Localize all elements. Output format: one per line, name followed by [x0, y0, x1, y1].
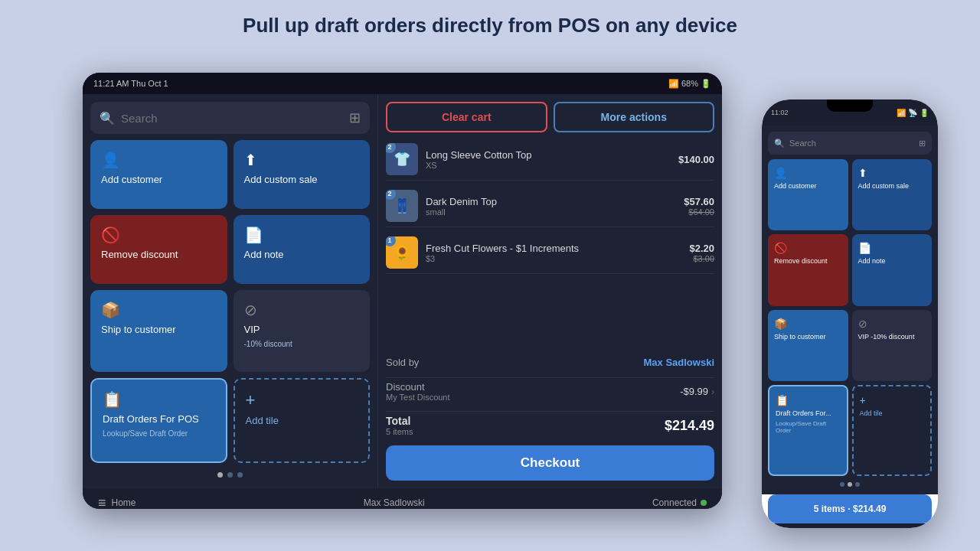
phone-tile-add-note[interactable]: 📄 Add note: [852, 234, 933, 305]
checkout-button[interactable]: Checkout: [386, 445, 714, 481]
phone-dot-1[interactable]: [840, 482, 844, 487]
tablet-left-panel: 🔍 ⊞ 👤 Add customer ⬆ Add custom sale 🚫 R…: [83, 94, 377, 488]
tile-add-customer-label: Add customer: [101, 174, 217, 185]
tile-ship-to-customer[interactable]: 📦 Ship to customer: [90, 290, 227, 372]
tile-remove-discount[interactable]: 🚫 Remove discount: [90, 215, 227, 284]
phone-vip-label: VIP -10% discount: [858, 333, 926, 341]
phone-remove-discount-label: Remove discount: [774, 257, 842, 265]
bottom-user-name: Max Sadlowski: [364, 497, 425, 508]
cart-item[interactable]: 2 👖 Dark Denim Top small $57.60 $64.00: [386, 185, 714, 227]
cart-header: Clear cart More actions: [386, 102, 714, 132]
cart-item[interactable]: 1 🌻 Fresh Cut Flowers - $1 Increments $3…: [386, 232, 714, 274]
draft-icon: 📋: [103, 390, 215, 409]
phone-tile-remove-discount[interactable]: 🚫 Remove discount: [768, 234, 848, 305]
clear-cart-button[interactable]: Clear cart: [386, 102, 547, 132]
item-thumbnail: 2 👖: [386, 190, 418, 222]
phone-tile-add-custom-sale[interactable]: ⬆ Add custom sale: [852, 159, 933, 230]
discount-label: Discount: [386, 381, 450, 393]
phone-tile-ship-to-customer[interactable]: 📦 Ship to customer: [768, 310, 848, 381]
phone-ship-to-customer-label: Ship to customer: [774, 333, 842, 341]
item-name: Fresh Cut Flowers - $1 Increments: [426, 243, 681, 254]
item-name: Dark Denim Top: [426, 196, 676, 207]
phone-search-bar[interactable]: 🔍 Search ⊞: [768, 132, 932, 155]
phone-checkout-button[interactable]: 5 items · $214.49: [768, 494, 932, 523]
phone-upload-icon: ⬆: [858, 167, 926, 179]
tile-add-note-label: Add note: [244, 249, 360, 260]
phone-add-custom-sale-label: Add custom sale: [858, 182, 926, 190]
chevron-right-icon: ›: [711, 386, 714, 397]
item-price: $57.60: [684, 196, 714, 207]
item-variant: $3: [426, 254, 681, 263]
phone-dot-3[interactable]: [855, 482, 860, 487]
tile-add-note[interactable]: 📄 Add note: [234, 215, 371, 284]
home-label: Home: [112, 497, 136, 508]
tile-grid: 👤 Add customer ⬆ Add custom sale 🚫 Remov…: [90, 140, 370, 463]
phone-draft-orders-sublabel: Lookup/Save Draft Order: [776, 420, 841, 434]
tile-remove-discount-label: Remove discount: [101, 249, 217, 260]
phone-body: 🔍 Search ⊞ 👤 Add customer ⬆ Add custom s…: [762, 126, 938, 494]
tile-add-customer[interactable]: 👤 Add customer: [90, 140, 227, 209]
note-icon: 📄: [244, 226, 360, 244]
item-original-price: $3.00: [689, 254, 714, 263]
dot-3[interactable]: [237, 472, 243, 478]
phone-tile-vip[interactable]: ⊘ VIP -10% discount: [852, 310, 933, 381]
phone-signal-icon: 📶: [897, 109, 906, 117]
box-icon: 📦: [101, 301, 217, 319]
item-variant: small: [426, 207, 676, 217]
item-details: Dark Denim Top small: [426, 196, 676, 217]
tablet-right-panel: Clear cart More actions 2 👕 Long Sleeve …: [377, 94, 722, 488]
phone-draft-icon: 📋: [776, 394, 841, 406]
tile-vip-label: VIP: [244, 324, 360, 335]
sold-by-name[interactable]: Max Sadlowski: [644, 357, 714, 368]
tile-add-tile[interactable]: + Add tile: [234, 378, 371, 463]
phone-tile-draft-orders[interactable]: 📋 Draft Orders For... Lookup/Save Draft …: [768, 385, 848, 476]
sold-by-label: Sold by: [386, 357, 419, 368]
tablet-search-bar[interactable]: 🔍 ⊞: [90, 102, 370, 134]
vip-icon: ⊘: [244, 301, 360, 319]
phone-tile-add-customer[interactable]: 👤 Add customer: [768, 159, 848, 230]
phone-wifi-icon: 📡: [908, 109, 917, 117]
tile-ship-to-customer-label: Ship to customer: [101, 324, 217, 335]
total-label: Total: [386, 415, 413, 427]
cart-item[interactable]: 2 👕 Long Sleeve Cotton Top XS $140.00: [386, 139, 714, 181]
total-items-count: 5 items: [386, 427, 413, 436]
phone-dot-2[interactable]: [848, 482, 852, 487]
connected-indicator: [701, 500, 707, 506]
item-price-col: $57.60 $64.00: [684, 196, 714, 217]
phone-tile-grid: 👤 Add customer ⬆ Add custom sale 🚫 Remov…: [768, 159, 932, 476]
person-icon: 👤: [101, 151, 217, 169]
tile-draft-orders[interactable]: 📋 Draft Orders For POS Lookup/Save Draft…: [90, 378, 227, 463]
item-details: Long Sleeve Cotton Top XS: [426, 149, 671, 170]
phone-draft-orders-label: Draft Orders For...: [776, 409, 841, 417]
phone-search-icon: 🔍: [774, 139, 785, 148]
hamburger-icon: ≡: [98, 495, 107, 510]
tile-add-tile-label: Add tile: [246, 415, 358, 426]
cart-items-list: 2 👕 Long Sleeve Cotton Top XS $140.00 2: [386, 139, 714, 347]
connection-status: Connected: [652, 497, 707, 508]
page-dots: [90, 469, 370, 481]
sold-by-row: Sold by Max Sadlowski: [386, 354, 714, 371]
barcode-icon[interactable]: ⊞: [349, 109, 361, 126]
tile-add-custom-sale[interactable]: ⬆ Add custom sale: [234, 140, 371, 209]
dot-1[interactable]: [217, 472, 223, 478]
discount-amount: -$9.99 ›: [680, 386, 714, 397]
upload-icon: ⬆: [244, 151, 360, 169]
home-menu[interactable]: ≡ Home: [98, 495, 136, 510]
search-input[interactable]: [121, 112, 343, 125]
plus-icon: +: [246, 390, 358, 410]
item-price-col: $2.20 $3.00: [689, 243, 714, 263]
phone-add-note-label: Add note: [858, 257, 926, 265]
phone-tile-add-tile[interactable]: + Add tile: [852, 385, 933, 476]
discount-row[interactable]: Discount My Test Discount -$9.99 ›: [386, 377, 714, 405]
dot-2[interactable]: [227, 472, 233, 478]
item-details: Fresh Cut Flowers - $1 Increments $3: [426, 243, 681, 263]
more-actions-button[interactable]: More actions: [554, 102, 715, 132]
tile-vip-discount[interactable]: ⊘ VIP -10% discount: [234, 290, 371, 372]
phone-person-icon: 👤: [774, 167, 842, 179]
phone-bottom-bar: ≡ Home Max Sadlowski: [762, 523, 938, 528]
total-amount: $214.49: [665, 418, 714, 434]
phone-plus-icon: +: [860, 394, 925, 406]
item-price: $140.00: [678, 154, 714, 165]
phone-device: 11:02 📶 📡 🔋 🔍 Search ⊞ 👤 Add customer ⬆ …: [762, 99, 938, 528]
tile-add-custom-sale-label: Add custom sale: [244, 174, 360, 185]
